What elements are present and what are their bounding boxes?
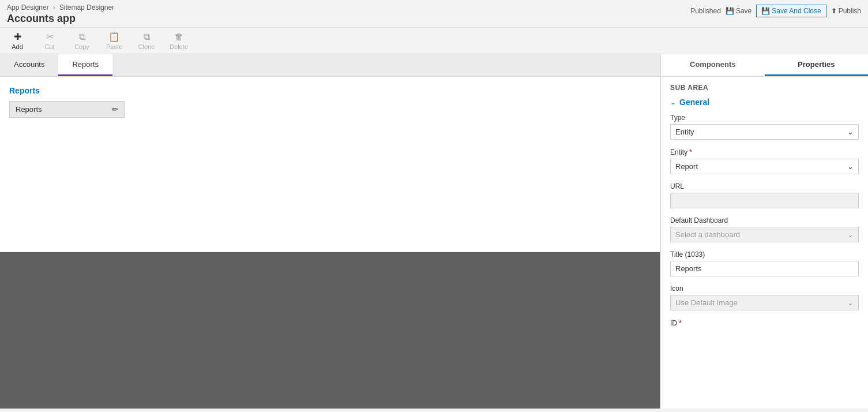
- default-dashboard-label: Default Dashboard: [670, 216, 859, 224]
- clone-button[interactable]: ⧉ Clone: [136, 32, 157, 50]
- published-label: Published: [690, 7, 721, 15]
- copy-label: Copy: [74, 43, 89, 50]
- save-close-label: Save And Close: [772, 7, 821, 15]
- breadcrumb-separator: ›: [53, 3, 55, 12]
- icon-select[interactable]: Use Default Image ⌄: [670, 295, 859, 310]
- delete-button[interactable]: 🗑 Delete: [168, 32, 189, 50]
- canvas-tabs: Accounts Reports: [0, 54, 660, 77]
- right-panel: Components Properties SUB AREA ⌄ General…: [660, 54, 868, 409]
- canvas-content: Reports Reports ✏: [0, 77, 660, 252]
- id-required: *: [679, 319, 682, 327]
- save-button[interactable]: 💾 Save: [726, 7, 751, 15]
- edit-icon[interactable]: ✏: [112, 105, 118, 114]
- top-right-actions: Published 💾 Save 💾 Save And Close ⬆ Publ…: [690, 3, 861, 17]
- publish-icon: ⬆: [831, 7, 837, 15]
- main-layout: Accounts Reports Reports Reports ✏ Compo…: [0, 54, 868, 409]
- copy-icon: ⧉: [79, 32, 85, 42]
- canvas: Accounts Reports Reports Reports ✏: [0, 54, 660, 409]
- entity-chevron-icon: ⌄: [847, 162, 854, 171]
- title-field-group: Title (1033): [670, 250, 859, 276]
- add-icon: ✚: [14, 31, 21, 42]
- icon-chevron-icon: ⌄: [847, 298, 854, 307]
- tab-properties[interactable]: Properties: [765, 54, 869, 76]
- delete-icon: 🗑: [174, 32, 183, 42]
- entity-field-group: Entity * Report ⌄: [670, 148, 859, 174]
- paste-icon: 📋: [108, 31, 120, 42]
- save-and-close-button[interactable]: 💾 Save And Close: [756, 5, 826, 17]
- save-close-icon: 💾: [761, 7, 770, 15]
- icon-label: Icon: [670, 284, 859, 293]
- copy-button[interactable]: ⧉ Copy: [72, 32, 92, 50]
- url-input[interactable]: [670, 193, 859, 208]
- type-label: Type: [670, 114, 859, 122]
- breadcrumb: App Designer › Sitemap Designer: [7, 3, 114, 12]
- delete-label: Delete: [170, 43, 188, 50]
- chevron-down-icon: ⌄: [670, 98, 676, 106]
- dark-area: [0, 252, 660, 409]
- entity-required: *: [689, 148, 692, 156]
- clone-label: Clone: [138, 43, 155, 50]
- tab-components[interactable]: Components: [661, 54, 765, 76]
- type-value: Entity: [675, 128, 694, 136]
- panel-tabs: Components Properties: [661, 54, 868, 77]
- publish-button[interactable]: ⬆ Publish: [831, 7, 861, 15]
- tab-reports[interactable]: Reports: [58, 54, 112, 76]
- title-label: Title (1033): [670, 250, 859, 259]
- url-label: URL: [670, 182, 859, 190]
- general-section-header[interactable]: ⌄ General: [670, 98, 859, 107]
- entity-label: Entity *: [670, 148, 859, 156]
- save-icon: 💾: [726, 7, 734, 15]
- default-dashboard-placeholder: Select a dashboard: [675, 230, 740, 239]
- default-dashboard-field-group: Default Dashboard Select a dashboard ⌄: [670, 216, 859, 242]
- save-label: Save: [736, 7, 751, 15]
- type-chevron-icon: ⌄: [847, 128, 854, 136]
- app-title: Accounts app: [7, 13, 114, 25]
- type-field-group: Type Entity ⌄: [670, 114, 859, 140]
- paste-button[interactable]: 📋 Paste: [104, 31, 125, 50]
- default-dashboard-select[interactable]: Select a dashboard ⌄: [670, 227, 859, 242]
- publish-label: Publish: [839, 7, 861, 15]
- cut-button[interactable]: ✂ Cut: [39, 31, 60, 50]
- id-label: ID *: [670, 319, 859, 327]
- entity-select[interactable]: Report ⌄: [670, 159, 859, 174]
- sub-area-title: SUB AREA: [670, 84, 859, 92]
- cut-label: Cut: [44, 43, 54, 50]
- url-field-group: URL: [670, 182, 859, 208]
- type-select[interactable]: Entity ⌄: [670, 124, 859, 140]
- icon-value: Use Default Image: [675, 298, 738, 307]
- clone-icon: ⧉: [144, 32, 150, 42]
- cut-icon: ✂: [46, 31, 54, 42]
- sub-area-label: Reports: [16, 105, 42, 114]
- group-label: Reports: [9, 86, 651, 95]
- title-input[interactable]: [670, 261, 859, 276]
- breadcrumb-sitemap-designer: Sitemap Designer: [59, 3, 114, 12]
- general-section-label: General: [679, 98, 709, 107]
- id-field-group: ID *: [670, 319, 859, 327]
- entity-value: Report: [675, 162, 698, 171]
- paste-label: Paste: [106, 43, 122, 50]
- panel-body: SUB AREA ⌄ General Type Entity ⌄ Entity …: [661, 77, 868, 342]
- icon-field-group: Icon Use Default Image ⌄: [670, 284, 859, 310]
- top-bar: App Designer › Sitemap Designer Accounts…: [0, 0, 868, 28]
- tab-accounts[interactable]: Accounts: [0, 54, 58, 76]
- add-label: Add: [12, 43, 23, 50]
- sub-area-reports[interactable]: Reports ✏: [9, 101, 125, 118]
- add-button[interactable]: ✚ Add: [7, 31, 28, 50]
- toolbar: ✚ Add ✂ Cut ⧉ Copy 📋 Paste ⧉ Clone 🗑 Del…: [0, 28, 868, 54]
- dashboard-chevron-icon: ⌄: [847, 230, 854, 239]
- breadcrumb-app-designer[interactable]: App Designer: [7, 3, 49, 12]
